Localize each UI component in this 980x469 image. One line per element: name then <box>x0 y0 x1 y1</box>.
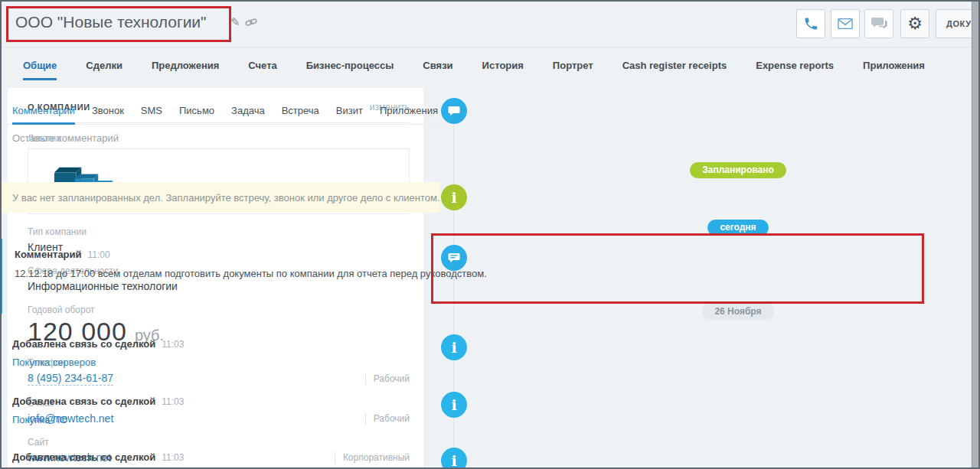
phone-icon <box>803 16 818 31</box>
no-planned-notice: У вас нет запланированных дел. Запланиру… <box>0 182 440 213</box>
annotation-box-comment <box>431 233 924 304</box>
edit-pencil-icon[interactable]: ✎ <box>230 15 240 29</box>
tab-history[interactable]: История <box>482 60 524 80</box>
deal-link[interactable]: Покупка ПО <box>12 414 184 425</box>
phone-tag: Рабочий <box>365 373 410 385</box>
info-icon-blue: i <box>441 392 467 418</box>
activity-tab-meeting[interactable]: Встреча <box>282 105 319 124</box>
entry-time: 11:00 <box>88 249 110 260</box>
tab-relations[interactable]: Связи <box>423 60 452 80</box>
tab-invoices[interactable]: Счета <box>248 60 276 80</box>
planned-badge: Запланировано <box>690 162 786 178</box>
entry-title: Добавлена связь со сделкой <box>12 338 155 350</box>
tab-deals[interactable]: Сделки <box>86 60 122 80</box>
email-button[interactable] <box>831 9 860 38</box>
tab-quotes[interactable]: Предложения <box>152 60 219 80</box>
link-icon[interactable] <box>245 18 257 27</box>
tab-applications[interactable]: Приложения <box>863 60 925 80</box>
deal-entry[interactable]: Добавлена связь со сделкой 11:03 <box>0 442 196 469</box>
activity-tab-comment[interactable]: Комментарий <box>12 105 75 124</box>
tab-expense-reports[interactable]: Expense reports <box>756 60 834 80</box>
activity-tab-task[interactable]: Задача <box>231 105 265 124</box>
envelope-icon <box>838 18 853 30</box>
activity-tab-bar: Комментарий Звонок SMS Письмо Задача Вст… <box>0 96 450 125</box>
entry-title: Добавлена связь со сделкой <box>12 396 155 407</box>
comment-text: 12.12.18 до 17:00 всем отделам подготови… <box>15 268 487 279</box>
field-label: Тип компании <box>28 226 410 237</box>
tab-cash-register-receipts[interactable]: Cash register receipts <box>622 60 727 80</box>
main-tab-bar: Общие Сделки Предложения Счета Бизнес-пр… <box>23 60 925 80</box>
planned-badge-row: Запланировано <box>475 162 971 178</box>
activity-tab-apps[interactable]: Приложения <box>380 105 438 124</box>
activity-tab-call[interactable]: Звонок <box>92 105 124 124</box>
notice-text: У вас нет запланированных дел. Запланиру… <box>12 192 440 204</box>
deal-entry[interactable]: Добавлена связь со сделкой 11:03 Покупка… <box>0 329 196 395</box>
call-button[interactable] <box>796 9 825 38</box>
date-badge-row: 26 Ноября <box>475 304 971 320</box>
chat-bubbles-icon <box>871 17 887 31</box>
chat-button[interactable] <box>864 9 893 38</box>
info-icon-blue: i <box>441 334 467 360</box>
deal-link[interactable]: Покупка серверов <box>12 357 184 368</box>
crm-company-page: ООО "Новые технологии" ✎ ⚙ ДОКУМ <box>0 0 980 469</box>
activity-tab-visit[interactable]: Визит <box>336 105 363 124</box>
entry-time: 11:03 <box>162 452 184 463</box>
entry-time: 11:03 <box>162 339 184 350</box>
date-badge: 26 Ноября <box>702 304 773 320</box>
comment-entry[interactable]: Комментарий 11:00 12.12.18 до 17:00 всем… <box>0 239 499 314</box>
entry-title: Комментарий <box>15 249 82 260</box>
gear-icon: ⚙ <box>907 15 923 32</box>
tab-general[interactable]: Общие <box>23 60 57 80</box>
annotation-box-company-name <box>6 6 231 42</box>
email-tag: Рабочий <box>365 413 410 425</box>
scrollbar-track[interactable] <box>972 2 979 467</box>
tab-portrait[interactable]: Портрет <box>553 60 593 80</box>
website-tag: Корпоративный <box>335 452 410 464</box>
comment-bubble-icon <box>441 98 467 124</box>
activity-tab-letter[interactable]: Письмо <box>179 105 214 124</box>
activity-composer: Комментарий Звонок SMS Письмо Задача Вст… <box>0 96 450 155</box>
comment-input[interactable]: Оставьте комментарий <box>0 125 450 151</box>
entry-title: Добавлена связь со сделкой <box>12 451 155 463</box>
activity-tab-sms[interactable]: SMS <box>141 105 162 124</box>
header-divider <box>2 47 978 47</box>
info-icon-green: i <box>441 184 467 210</box>
settings-button[interactable]: ⚙ <box>900 9 929 38</box>
info-icon-blue: i <box>441 448 467 469</box>
tab-business-processes[interactable]: Бизнес-процессы <box>306 60 394 80</box>
entry-time: 11:03 <box>162 396 184 407</box>
